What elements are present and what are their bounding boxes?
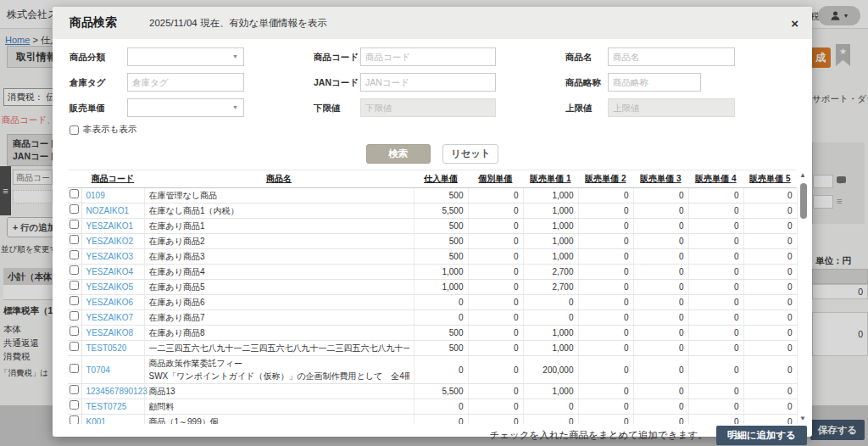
price-cell: 0 [468,265,523,280]
table-row: YESZAIKO2在庫あり商品250001,0000000 [68,234,797,249]
price-cell: 0 [633,310,688,326]
table-scrollbar[interactable]: ▲ ▼ [798,170,809,424]
table-row: K001商品（1～999）個0000000 [68,415,797,425]
column-header[interactable]: 個別単価 [479,174,513,183]
row-checkbox[interactable] [70,265,79,275]
price-cell: 0 [578,188,633,203]
row-checkbox[interactable] [70,326,79,336]
column-header[interactable]: 販売単価 5 [749,174,790,183]
column-header[interactable]: 仕入単価 [424,174,458,183]
column-header[interactable]: 販売単価 3 [640,174,681,183]
product-name: 在庫あり商品2 [144,234,414,249]
price-cell: 1,000 [414,265,468,280]
jan-code-input[interactable] [360,73,496,92]
price-cell: 0 [468,249,523,265]
price-cell: 0 [743,219,797,234]
row-checkbox[interactable] [70,296,79,305]
product-code-link[interactable]: TEST0725 [86,402,127,411]
price-cell: 0 [633,249,688,265]
price-cell: 0 [414,310,468,326]
price-cell: 0 [688,265,743,280]
row-checkbox[interactable] [70,281,79,290]
price-cell: 1,000 [523,341,578,356]
price-cell: 1,000 [523,203,578,219]
add-to-detail-button[interactable]: 明細に追加する [716,426,807,445]
row-checkbox[interactable] [70,189,79,198]
warehouse-tag-label: 倉庫タグ [70,73,127,92]
row-checkbox[interactable] [70,385,79,394]
product-code-link[interactable]: YESZAIKO4 [86,267,134,276]
table-row: TEST0725顧問料0000000 [68,399,797,415]
row-checkbox[interactable] [70,415,79,424]
column-header[interactable]: 商品名 [266,174,292,183]
search-button[interactable]: 検索 [366,144,431,164]
warehouse-tag-input[interactable] [127,73,244,92]
product-code-link[interactable]: YESZAIKO3 [86,252,134,261]
show-hidden-checkbox[interactable] [70,125,79,135]
price-cell: 0 [743,356,797,384]
scroll-down-icon[interactable]: ▼ [799,415,806,422]
product-code-input[interactable] [360,47,496,66]
product-name-label: 商品名 [565,47,608,66]
product-code-link[interactable]: 0109 [86,191,105,200]
product-code-link[interactable]: NOZAIKO1 [86,206,130,215]
price-cell: 0 [414,295,468,310]
upper-limit-input [608,98,735,117]
product-code-link[interactable]: K001 [86,417,106,424]
close-icon[interactable]: × [791,17,798,30]
row-checkbox[interactable] [70,250,79,259]
product-name: 顧問料 [144,399,414,415]
product-code-link[interactable]: YESZAIKO6 [86,298,134,307]
column-header[interactable]: 販売単価 4 [695,174,736,183]
price-cell: 0 [633,280,688,295]
reset-button[interactable]: リセット [442,144,498,164]
scroll-up-icon[interactable]: ▲ [799,172,806,179]
product-category-select[interactable]: ▼ [127,47,244,66]
row-checkbox[interactable] [70,311,79,321]
row-checkbox[interactable] [70,400,79,410]
price-cell: 0 [743,249,797,265]
product-code-link[interactable]: YESZAIKO2 [86,237,134,246]
row-checkbox[interactable] [70,220,79,229]
scrollbar-thumb[interactable] [800,183,807,219]
modal-subtitle: 2025/11/04 現在、有効な単価情報を表示 [149,17,327,30]
price-cell: 0 [578,341,633,356]
price-cell: 0 [743,234,797,249]
product-code-link[interactable]: TEST0520 [86,343,127,353]
column-header[interactable]: 販売単価 2 [585,174,626,183]
price-cell: 500 [414,188,468,203]
price-cell: 0 [523,295,578,310]
price-cell: 0 [743,384,797,399]
price-cell: 0 [414,356,468,384]
product-code-link[interactable]: YESZAIKO1 [86,221,134,231]
product-code-link[interactable]: T0704 [86,365,110,375]
price-cell: 0 [468,310,523,326]
product-code-link[interactable]: YESZAIKO5 [86,282,134,292]
product-code-link[interactable]: YESZAIKO7 [86,313,134,322]
product-name-input[interactable] [608,47,735,66]
product-code-link[interactable]: YESZAIKO8 [86,328,134,337]
row-checkbox[interactable] [70,364,79,373]
price-cell: 0 [468,203,523,219]
product-code-link[interactable]: 1234567890123 [86,387,147,396]
product-abbr-input[interactable] [608,73,701,92]
show-hidden-label: 非表示も表示 [83,124,136,136]
price-cell: 5,500 [414,384,468,399]
lower-limit-input [360,98,496,117]
row-checkbox[interactable] [70,235,79,244]
price-cell: 0 [688,310,743,326]
price-cell: 0 [633,399,688,415]
row-checkbox[interactable] [70,342,79,351]
price-cell: 0 [743,326,797,341]
sales-price-select[interactable]: ▼ [127,98,244,117]
results-table-body: 0109在庫管理なし商品50001,0000000NOZAIKO1在庫なし商品1… [68,188,798,424]
price-cell: 0 [468,384,523,399]
price-cell: 0 [743,399,797,415]
price-cell: 0 [578,249,633,265]
column-header[interactable]: 商品コード [92,174,134,183]
jan-code-label: JANコード [314,73,360,92]
product-name: 在庫あり商品7 [144,310,414,326]
price-cell: 0 [523,310,578,326]
row-checkbox[interactable] [70,204,79,214]
column-header[interactable]: 販売単価 1 [530,174,570,183]
